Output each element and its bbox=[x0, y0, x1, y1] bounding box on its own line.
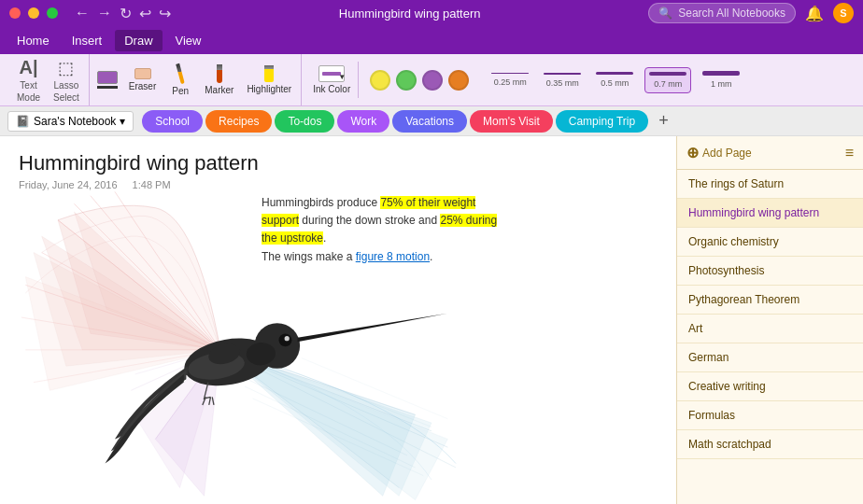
tab-recipes[interactable]: Recipes bbox=[205, 110, 272, 133]
tab-school[interactable]: School bbox=[142, 110, 203, 133]
pen-button[interactable]: Pen bbox=[163, 60, 197, 100]
sidebar-page-organic-chem[interactable]: Organic chemistry bbox=[677, 228, 863, 257]
lasso-sublabel: Select bbox=[53, 92, 79, 103]
menu-home[interactable]: Home bbox=[7, 30, 59, 51]
green-dot[interactable] bbox=[396, 70, 417, 91]
note-period: . bbox=[430, 250, 432, 263]
eraser-label: Eraser bbox=[129, 81, 156, 91]
sync-icon[interactable]: ↻ bbox=[120, 5, 132, 22]
forward-icon[interactable]: → bbox=[97, 5, 112, 21]
tabs-bar: 📓 Sara's Notebook ▾ School Recipes To-do… bbox=[0, 106, 863, 136]
tab-add-button[interactable]: + bbox=[651, 109, 676, 133]
stroke-05-label: 0.5 mm bbox=[601, 78, 629, 88]
ink-color-preview: ▼ bbox=[318, 65, 345, 82]
stroke-025-line bbox=[491, 73, 529, 74]
sidebar-page-math-scratchpad[interactable]: Math scratchpad bbox=[677, 430, 863, 459]
stroke-07-label: 0.7 mm bbox=[654, 79, 682, 89]
search-placeholder: Search All Notebooks bbox=[678, 7, 785, 20]
highlighter-icon bbox=[264, 65, 274, 82]
color-bar bbox=[97, 86, 118, 89]
notebook-label: Sara's Notebook bbox=[34, 115, 116, 128]
stroke-05[interactable]: 0.5 mm bbox=[592, 68, 637, 91]
add-page-label: Add Page bbox=[702, 147, 752, 160]
sidebar-page-formulas[interactable]: Formulas bbox=[677, 401, 863, 430]
sidebar-page-photosynthesis[interactable]: Photosynthesis bbox=[677, 257, 863, 286]
window-title: Hummingbird wing pattern bbox=[171, 7, 648, 21]
stroke-07-line bbox=[649, 72, 686, 76]
text-mode-button[interactable]: A| Text Mode bbox=[11, 53, 46, 106]
marker-label: Marker bbox=[205, 85, 233, 95]
drawing-tools-group: Eraser Pen Marker Highlighter bbox=[93, 54, 302, 105]
purple-dot[interactable] bbox=[422, 70, 443, 91]
add-page-plus-icon: ⊕ bbox=[686, 144, 699, 161]
sidebar-page-pythagorean[interactable]: Pythagorean Theorem bbox=[677, 286, 863, 315]
lasso-select-button[interactable]: ⬚ Lasso Select bbox=[48, 54, 85, 106]
redo-icon[interactable]: ↪ bbox=[159, 5, 171, 22]
tab-vacations[interactable]: Vacations bbox=[392, 110, 467, 133]
notebook-selector[interactable]: 📓 Sara's Notebook ▾ bbox=[7, 111, 134, 132]
lasso-icon: ⬚ bbox=[58, 58, 74, 78]
pen-icon bbox=[176, 63, 185, 84]
add-page-button[interactable]: ⊕ Add Page bbox=[686, 144, 752, 161]
highlighter-label: Highlighter bbox=[247, 84, 291, 94]
yellow-dot[interactable] bbox=[370, 70, 390, 91]
lasso-label: Lasso bbox=[54, 80, 79, 91]
bell-icon[interactable]: 🔔 bbox=[805, 5, 824, 22]
highlighter-button[interactable]: Highlighter bbox=[241, 62, 297, 98]
marker-icon bbox=[217, 64, 222, 83]
ink-color-label: Ink Color bbox=[313, 84, 350, 94]
eraser-icon bbox=[134, 68, 151, 79]
stroke-025[interactable]: 0.25 mm bbox=[488, 69, 532, 91]
sidebar-page-art[interactable]: Art bbox=[677, 315, 863, 343]
notebook-icon: 📓 bbox=[16, 115, 30, 128]
pen-label: Pen bbox=[172, 86, 189, 96]
stroke-1-line bbox=[702, 71, 740, 76]
marker-button[interactable]: Marker bbox=[199, 61, 239, 99]
tab-todos[interactable]: To-dos bbox=[275, 110, 334, 133]
tab-camping-trip[interactable]: Camping Trip bbox=[556, 110, 648, 133]
maximize-button[interactable] bbox=[47, 7, 58, 19]
ink-color-dropdown-icon: ▼ bbox=[338, 73, 346, 81]
stroke-035-line bbox=[544, 73, 581, 75]
text-mode-icon: A| bbox=[19, 57, 37, 78]
stroke-035[interactable]: 0.35 mm bbox=[540, 69, 585, 91]
note-text-line4: The wings make a bbox=[262, 250, 356, 263]
note-text-line2: during the down stroke and bbox=[299, 214, 440, 227]
back-icon[interactable]: ← bbox=[75, 5, 90, 21]
text-mode-sublabel: Mode bbox=[17, 92, 40, 103]
sidebar-page-german[interactable]: German bbox=[677, 343, 863, 372]
menu-bar: Home Insert Draw View bbox=[0, 26, 863, 54]
svg-point-36 bbox=[285, 336, 290, 341]
sidebar: ⊕ Add Page ≡ The rings of Saturn Humming… bbox=[676, 136, 863, 504]
sidebar-page-hummingbird[interactable]: Hummingbird wing pattern bbox=[677, 199, 863, 228]
close-button[interactable] bbox=[9, 7, 21, 19]
tab-moms-visit[interactable]: Mom's Visit bbox=[470, 110, 553, 133]
title-bar-left: ← → ↻ ↩ ↪ bbox=[9, 5, 171, 22]
color-preview bbox=[97, 71, 118, 84]
note-text-line1: Hummingbirds produce bbox=[262, 196, 380, 209]
menu-insert[interactable]: Insert bbox=[63, 30, 112, 51]
title-bar: ← → ↻ ↩ ↪ Hummingbird wing pattern 🔍 Sea… bbox=[0, 0, 863, 26]
avatar[interactable]: S bbox=[833, 3, 854, 23]
search-bar[interactable]: 🔍 Search All Notebooks bbox=[648, 3, 796, 23]
page-title: Hummingbird wing pattern bbox=[19, 151, 658, 175]
ink-color-button[interactable]: ▼ Ink Color bbox=[305, 62, 359, 98]
note-link[interactable]: figure 8 motion bbox=[356, 250, 430, 263]
sidebar-page-rings-saturn[interactable]: The rings of Saturn bbox=[677, 170, 863, 199]
toolbar: A| Text Mode ⬚ Lasso Select Eraser Pen M… bbox=[0, 54, 863, 106]
sidebar-menu-icon[interactable]: ≡ bbox=[845, 145, 854, 161]
minimize-button[interactable] bbox=[28, 7, 39, 19]
orange-dot[interactable] bbox=[448, 70, 469, 91]
sidebar-page-creative-writing[interactable]: Creative writing bbox=[677, 372, 863, 401]
stroke-1[interactable]: 1 mm bbox=[699, 67, 743, 92]
eraser-button[interactable]: Eraser bbox=[123, 64, 162, 95]
stroke-05-line bbox=[596, 72, 633, 75]
menu-draw[interactable]: Draw bbox=[115, 30, 162, 51]
note-text[interactable]: Hummingbirds produce 75% of their weight… bbox=[262, 194, 504, 266]
tab-work[interactable]: Work bbox=[337, 110, 389, 133]
page-area: Hummingbird wing pattern Friday, June 24… bbox=[0, 136, 676, 504]
undo-icon[interactable]: ↩ bbox=[139, 5, 151, 22]
menu-view[interactable]: View bbox=[166, 30, 211, 51]
stroke-07[interactable]: 0.7 mm bbox=[644, 67, 691, 93]
notebook-chevron-icon: ▾ bbox=[120, 115, 125, 128]
